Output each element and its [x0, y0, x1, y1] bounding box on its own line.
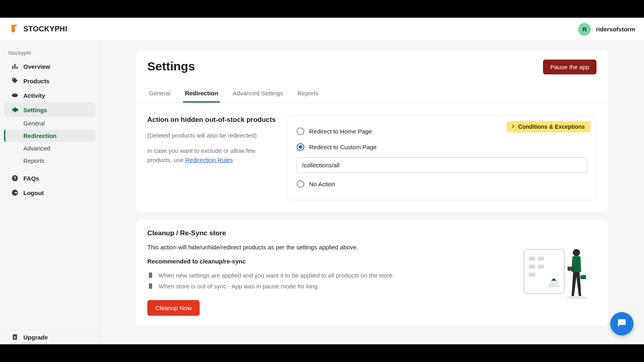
- recommended-text: When store is out of sync - App was in p…: [159, 283, 318, 290]
- chat-icon: [616, 317, 627, 330]
- svg-text:$: $: [14, 335, 16, 339]
- sidebar-item-label: Upgrade: [23, 334, 48, 341]
- cleanup-illustration: [516, 229, 597, 316]
- sidebar-sub-advanced[interactable]: Advanced: [4, 142, 95, 154]
- sidebar: Stockyphi Overview Products Activity Set…: [0, 41, 100, 344]
- settings-card: Settings Pause the app General Redirecti…: [136, 51, 608, 212]
- sidebar-item-label: Logout: [23, 189, 44, 196]
- sidebar-item-products[interactable]: Products: [4, 74, 95, 88]
- username: ridersofstorm: [596, 26, 635, 33]
- gear-icon: [11, 106, 19, 113]
- sidebar-item-overview[interactable]: Overview: [4, 59, 95, 74]
- tag-icon: [11, 77, 19, 84]
- custom-url-input[interactable]: [297, 157, 587, 173]
- tab-reports[interactable]: Reports: [296, 85, 320, 103]
- pause-app-button[interactable]: Pause the app: [543, 60, 597, 74]
- tabs: General Redirection Advanced Settings Re…: [136, 85, 608, 103]
- radio-no-action[interactable]: No Action: [297, 176, 587, 192]
- brand-logo-icon: [9, 23, 19, 35]
- document-icon: [147, 272, 154, 280]
- svg-rect-17: [580, 275, 586, 279]
- sidebar-sub-general[interactable]: General: [4, 117, 95, 130]
- letterbox-bottom: [0, 344, 644, 362]
- sidebar-item-activity[interactable]: Activity: [4, 88, 95, 103]
- sidebar-item-label: Settings: [23, 107, 47, 113]
- letterbox-top: [0, 0, 644, 18]
- question-icon: ?: [11, 175, 19, 182]
- cleanup-now-button[interactable]: Cleanup Now: [147, 300, 200, 316]
- app-header: STOCKYPHI R ridersofstorm: [0, 18, 644, 41]
- svg-point-18: [564, 296, 588, 299]
- radio-label: Redirect to Custom Page: [309, 144, 377, 150]
- recommended-item: When new settings are applied and you wa…: [147, 270, 506, 281]
- cleanup-recommended-heading: Recommended to cleanup/re-sync: [147, 258, 506, 265]
- redirection-exclude-note: In case you want to exclude or allow few…: [147, 146, 276, 165]
- radio-input[interactable]: [297, 180, 304, 188]
- svg-rect-10: [529, 257, 535, 261]
- redirection-note: (Deleted products will also be redirecte…: [147, 131, 276, 140]
- radio-label: Redirect to Home Page: [309, 128, 372, 135]
- sidebar-item-upgrade[interactable]: $ Upgrade: [4, 330, 95, 344]
- sidebar-item-label: Overview: [23, 63, 50, 70]
- chart-bar-icon: [11, 63, 19, 70]
- redirection-description: Action on hidden out-of-stock products (…: [147, 115, 276, 200]
- tab-redirection[interactable]: Redirection: [183, 85, 220, 103]
- svg-rect-11: [538, 257, 544, 261]
- user-menu[interactable]: R ridersofstorm: [578, 23, 635, 36]
- sidebar-title: Stockyphi: [0, 46, 99, 59]
- main-content: Settings Pause the app General Redirecti…: [100, 41, 644, 344]
- conditions-exceptions-button[interactable]: Conditions & Exceptions: [507, 121, 590, 132]
- svg-point-15: [573, 249, 580, 256]
- sidebar-item-label: Activity: [23, 92, 45, 99]
- sidebar-item-settings[interactable]: Settings: [4, 103, 95, 117]
- sidebar-sub-redirection[interactable]: Redirection: [4, 130, 95, 142]
- svg-rect-12: [529, 265, 535, 269]
- chat-fab[interactable]: [610, 312, 634, 335]
- svg-rect-2: [17, 67, 18, 69]
- svg-rect-13: [538, 265, 544, 269]
- sidebar-item-label: FAQs: [23, 175, 39, 182]
- cleanup-description: This action will hide/unhide/redirect pr…: [147, 244, 506, 251]
- logout-icon: [11, 189, 19, 196]
- conditions-label: Conditions & Exceptions: [518, 123, 585, 130]
- redirection-heading: Action on hidden out-of-stock products: [147, 115, 276, 125]
- redirection-rules-link[interactable]: Redirection Rules: [185, 156, 233, 163]
- recommended-text: When new settings are applied and you wa…: [159, 272, 394, 279]
- svg-rect-0: [12, 66, 13, 69]
- svg-rect-16: [568, 267, 574, 271]
- svg-rect-1: [14, 64, 16, 69]
- brand-name: STOCKYPHI: [23, 25, 67, 33]
- tab-general[interactable]: General: [147, 85, 172, 103]
- sidebar-item-logout[interactable]: Logout: [4, 185, 95, 200]
- radio-redirect-custom[interactable]: Redirect to Custom Page: [297, 139, 587, 155]
- activity-icon: [11, 92, 19, 99]
- dollar-icon: $: [11, 333, 19, 341]
- sidebar-item-faqs[interactable]: ? FAQs: [4, 171, 95, 185]
- avatar: R: [578, 23, 591, 36]
- radio-label: No Action: [309, 181, 335, 187]
- svg-point-3: [12, 94, 18, 97]
- cleanup-heading: Cleanup / Re-Sync store: [147, 229, 506, 237]
- cleanup-card: Cleanup / Re-Sync store This action will…: [136, 220, 608, 326]
- chevron-right-icon: [511, 123, 516, 130]
- page-title: Settings: [147, 60, 195, 73]
- tab-advanced-settings[interactable]: Advanced Settings: [231, 85, 285, 103]
- document-icon: [147, 283, 154, 290]
- recommended-item: When store is out of sync - App was in p…: [147, 281, 506, 292]
- brand[interactable]: STOCKYPHI: [9, 23, 67, 35]
- radio-input[interactable]: [297, 128, 304, 135]
- sidebar-item-label: Products: [23, 78, 50, 84]
- svg-rect-14: [529, 273, 535, 277]
- sidebar-sub-reports[interactable]: Reports: [4, 154, 95, 167]
- svg-text:?: ?: [14, 176, 16, 181]
- radio-input[interactable]: [297, 143, 304, 151]
- redirection-options-panel: Conditions & Exceptions Redirect to Home…: [287, 115, 597, 200]
